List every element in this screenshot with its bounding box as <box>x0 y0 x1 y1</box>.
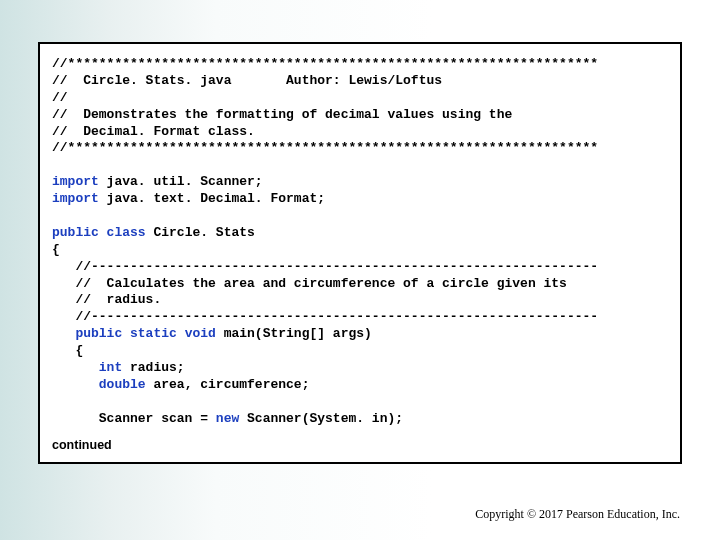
code-line: { <box>52 242 60 257</box>
code-line: // Demonstrates the formatting of decima… <box>52 107 512 122</box>
code-text: Scanner(System. in); <box>239 411 403 426</box>
code-text: radius; <box>122 360 184 375</box>
code-line: // Decimal. Format class. <box>52 124 255 139</box>
code-listing-box: //**************************************… <box>38 42 682 464</box>
keyword-import: import <box>52 174 99 189</box>
copyright-text: Copyright © 2017 Pearson Education, Inc. <box>475 507 680 522</box>
code-line: //**************************************… <box>52 140 598 155</box>
code-text: java. util. Scanner; <box>99 174 263 189</box>
keyword-new: new <box>216 411 239 426</box>
code-line: // Calculates the area and circumference… <box>52 276 567 291</box>
code-text: Scanner scan = <box>52 411 216 426</box>
code-line: //--------------------------------------… <box>52 309 598 324</box>
code-text: java. text. Decimal. Format; <box>99 191 325 206</box>
code-text: Circle. Stats <box>146 225 255 240</box>
keyword-class: class <box>99 225 146 240</box>
continued-label: continued <box>52 438 670 452</box>
code-line: // <box>52 90 68 105</box>
code-text <box>52 360 99 375</box>
code-text: main(String[] args) <box>216 326 372 341</box>
code-text <box>52 377 99 392</box>
code-text: area, circumference; <box>146 377 310 392</box>
keyword-static: static <box>122 326 177 341</box>
keyword-public: public <box>52 225 99 240</box>
code-line: { <box>52 343 83 358</box>
keyword-import: import <box>52 191 99 206</box>
keyword-public: public <box>75 326 122 341</box>
code-listing: //**************************************… <box>52 56 670 428</box>
keyword-void: void <box>177 326 216 341</box>
code-line: // radius. <box>52 292 161 307</box>
code-text <box>52 326 75 341</box>
keyword-int: int <box>99 360 122 375</box>
code-line: //--------------------------------------… <box>52 259 598 274</box>
keyword-double: double <box>99 377 146 392</box>
code-line: //**************************************… <box>52 56 598 71</box>
code-line: // Circle. Stats. java Author: Lewis/Lof… <box>52 73 442 88</box>
